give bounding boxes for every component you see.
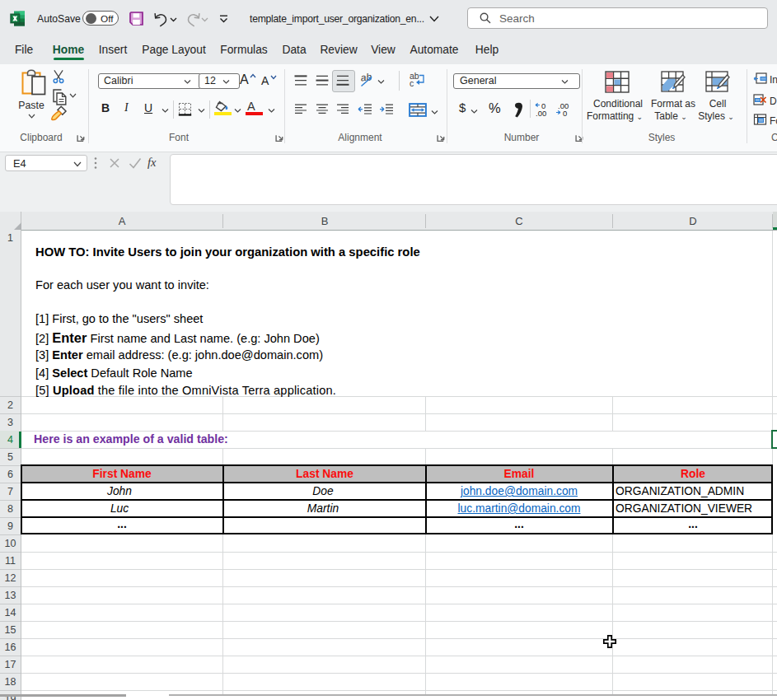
svg-text:.00: .00	[536, 109, 546, 117]
svg-text:c: c	[410, 78, 414, 87]
svg-text:0: 0	[563, 109, 567, 117]
